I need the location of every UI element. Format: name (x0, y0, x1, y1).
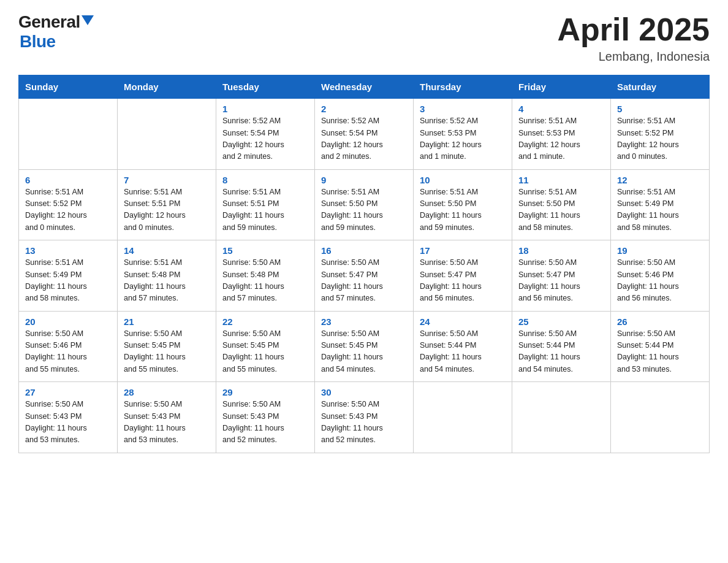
calendar-table: SundayMondayTuesdayWednesdayThursdayFrid… (18, 75, 710, 453)
day-number: 30 (321, 387, 407, 397)
day-number: 22 (222, 316, 308, 327)
calendar-cell: 21Sunrise: 5:50 AM Sunset: 5:45 PM Dayli… (118, 311, 216, 382)
calendar-cell: 22Sunrise: 5:50 AM Sunset: 5:45 PM Dayli… (216, 311, 315, 382)
day-number: 26 (617, 316, 703, 327)
day-info: Sunrise: 5:51 AM Sunset: 5:50 PM Dayligh… (420, 186, 506, 234)
calendar-cell: 15Sunrise: 5:50 AM Sunset: 5:48 PM Dayli… (216, 240, 315, 312)
calendar-cell: 3Sunrise: 5:52 AM Sunset: 5:53 PM Daylig… (414, 99, 512, 170)
calendar-cell: 14Sunrise: 5:51 AM Sunset: 5:48 PM Dayli… (118, 240, 216, 312)
calendar-cell: 27Sunrise: 5:50 AM Sunset: 5:43 PM Dayli… (19, 382, 118, 453)
week-row-4: 20Sunrise: 5:50 AM Sunset: 5:46 PM Dayli… (19, 311, 710, 382)
header: General Blue April 2025 Lembang, Indones… (18, 12, 710, 64)
day-number: 29 (222, 387, 308, 397)
day-info: Sunrise: 5:50 AM Sunset: 5:43 PM Dayligh… (321, 399, 407, 446)
day-info: Sunrise: 5:52 AM Sunset: 5:53 PM Dayligh… (420, 115, 506, 163)
day-info: Sunrise: 5:50 AM Sunset: 5:43 PM Dayligh… (25, 399, 111, 446)
day-number: 27 (25, 387, 111, 397)
day-number: 8 (222, 175, 308, 185)
calendar-cell (19, 99, 118, 170)
day-info: Sunrise: 5:50 AM Sunset: 5:46 PM Dayligh… (617, 257, 703, 305)
day-number: 19 (617, 245, 703, 256)
day-info: Sunrise: 5:50 AM Sunset: 5:44 PM Dayligh… (420, 328, 506, 376)
weekday-header-wednesday: Wednesday (315, 75, 414, 99)
day-number: 13 (25, 245, 111, 256)
day-number: 14 (124, 245, 210, 256)
day-info: Sunrise: 5:51 AM Sunset: 5:52 PM Dayligh… (25, 186, 111, 234)
day-info: Sunrise: 5:51 AM Sunset: 5:52 PM Dayligh… (617, 115, 703, 163)
day-info: Sunrise: 5:50 AM Sunset: 5:47 PM Dayligh… (420, 257, 506, 305)
calendar-cell: 23Sunrise: 5:50 AM Sunset: 5:45 PM Dayli… (315, 311, 414, 382)
weekday-header-friday: Friday (512, 75, 611, 99)
day-number: 4 (518, 104, 604, 114)
week-row-1: 1Sunrise: 5:52 AM Sunset: 5:54 PM Daylig… (19, 99, 710, 170)
day-number: 18 (518, 245, 604, 256)
calendar-cell: 19Sunrise: 5:50 AM Sunset: 5:46 PM Dayli… (611, 240, 710, 312)
day-info: Sunrise: 5:50 AM Sunset: 5:46 PM Dayligh… (25, 328, 111, 376)
day-number: 1 (222, 104, 308, 114)
day-info: Sunrise: 5:50 AM Sunset: 5:48 PM Dayligh… (222, 257, 308, 305)
day-number: 21 (124, 316, 210, 327)
calendar-cell: 2Sunrise: 5:52 AM Sunset: 5:54 PM Daylig… (315, 99, 414, 170)
location-label: Lembang, Indonesia (557, 50, 710, 64)
day-number: 3 (420, 104, 506, 114)
calendar-cell: 29Sunrise: 5:50 AM Sunset: 5:43 PM Dayli… (216, 382, 315, 453)
weekday-header-saturday: Saturday (611, 75, 710, 99)
calendar-cell: 6Sunrise: 5:51 AM Sunset: 5:52 PM Daylig… (19, 169, 118, 240)
title-area: April 2025 Lembang, Indonesia (557, 12, 710, 64)
day-info: Sunrise: 5:52 AM Sunset: 5:54 PM Dayligh… (321, 115, 407, 163)
calendar-cell: 12Sunrise: 5:51 AM Sunset: 5:49 PM Dayli… (611, 169, 710, 240)
day-info: Sunrise: 5:51 AM Sunset: 5:49 PM Dayligh… (25, 257, 111, 305)
day-number: 2 (321, 104, 407, 114)
day-info: Sunrise: 5:50 AM Sunset: 5:45 PM Dayligh… (124, 328, 210, 376)
day-number: 10 (420, 175, 506, 185)
day-info: Sunrise: 5:51 AM Sunset: 5:50 PM Dayligh… (321, 186, 407, 234)
day-info: Sunrise: 5:51 AM Sunset: 5:53 PM Dayligh… (518, 115, 604, 163)
calendar-cell: 16Sunrise: 5:50 AM Sunset: 5:47 PM Dayli… (315, 240, 414, 312)
day-number: 25 (518, 316, 604, 327)
calendar-cell: 17Sunrise: 5:50 AM Sunset: 5:47 PM Dayli… (414, 240, 512, 312)
day-info: Sunrise: 5:51 AM Sunset: 5:51 PM Dayligh… (124, 186, 210, 234)
weekday-header-thursday: Thursday (414, 75, 512, 99)
day-info: Sunrise: 5:51 AM Sunset: 5:51 PM Dayligh… (222, 186, 308, 234)
day-number: 5 (617, 104, 703, 114)
logo-general-text: General (18, 12, 80, 32)
weekday-header-row: SundayMondayTuesdayWednesdayThursdayFrid… (19, 75, 710, 99)
calendar-cell (611, 382, 710, 453)
day-number: 24 (420, 316, 506, 327)
day-info: Sunrise: 5:51 AM Sunset: 5:49 PM Dayligh… (617, 186, 703, 234)
calendar-cell: 10Sunrise: 5:51 AM Sunset: 5:50 PM Dayli… (414, 169, 512, 240)
day-info: Sunrise: 5:50 AM Sunset: 5:44 PM Dayligh… (617, 328, 703, 376)
day-info: Sunrise: 5:50 AM Sunset: 5:47 PM Dayligh… (321, 257, 407, 305)
day-number: 20 (25, 316, 111, 327)
calendar-cell: 25Sunrise: 5:50 AM Sunset: 5:44 PM Dayli… (512, 311, 611, 382)
calendar-cell: 11Sunrise: 5:51 AM Sunset: 5:50 PM Dayli… (512, 169, 611, 240)
week-row-5: 27Sunrise: 5:50 AM Sunset: 5:43 PM Dayli… (19, 382, 710, 453)
day-info: Sunrise: 5:50 AM Sunset: 5:43 PM Dayligh… (222, 399, 308, 446)
calendar-cell: 26Sunrise: 5:50 AM Sunset: 5:44 PM Dayli… (611, 311, 710, 382)
day-info: Sunrise: 5:50 AM Sunset: 5:45 PM Dayligh… (321, 328, 407, 376)
day-number: 23 (321, 316, 407, 327)
calendar-cell: 28Sunrise: 5:50 AM Sunset: 5:43 PM Dayli… (118, 382, 216, 453)
day-info: Sunrise: 5:51 AM Sunset: 5:48 PM Dayligh… (124, 257, 210, 305)
calendar-cell (414, 382, 512, 453)
week-row-2: 6Sunrise: 5:51 AM Sunset: 5:52 PM Daylig… (19, 169, 710, 240)
logo: General Blue (18, 12, 94, 52)
day-info: Sunrise: 5:52 AM Sunset: 5:54 PM Dayligh… (222, 115, 308, 163)
calendar-cell: 24Sunrise: 5:50 AM Sunset: 5:44 PM Dayli… (414, 311, 512, 382)
day-number: 12 (617, 175, 703, 185)
day-number: 7 (124, 175, 210, 185)
calendar-cell: 20Sunrise: 5:50 AM Sunset: 5:46 PM Dayli… (19, 311, 118, 382)
day-info: Sunrise: 5:50 AM Sunset: 5:43 PM Dayligh… (124, 399, 210, 446)
day-info: Sunrise: 5:50 AM Sunset: 5:44 PM Dayligh… (518, 328, 604, 376)
calendar-cell: 4Sunrise: 5:51 AM Sunset: 5:53 PM Daylig… (512, 99, 611, 170)
calendar-cell: 30Sunrise: 5:50 AM Sunset: 5:43 PM Dayli… (315, 382, 414, 453)
day-number: 6 (25, 175, 111, 185)
calendar-cell: 1Sunrise: 5:52 AM Sunset: 5:54 PM Daylig… (216, 99, 315, 170)
weekday-header-tuesday: Tuesday (216, 75, 315, 99)
calendar-cell: 7Sunrise: 5:51 AM Sunset: 5:51 PM Daylig… (118, 169, 216, 240)
calendar-cell: 18Sunrise: 5:50 AM Sunset: 5:47 PM Dayli… (512, 240, 611, 312)
week-row-3: 13Sunrise: 5:51 AM Sunset: 5:49 PM Dayli… (19, 240, 710, 312)
day-number: 28 (124, 387, 210, 397)
calendar-cell: 5Sunrise: 5:51 AM Sunset: 5:52 PM Daylig… (611, 99, 710, 170)
weekday-header-sunday: Sunday (19, 75, 118, 99)
